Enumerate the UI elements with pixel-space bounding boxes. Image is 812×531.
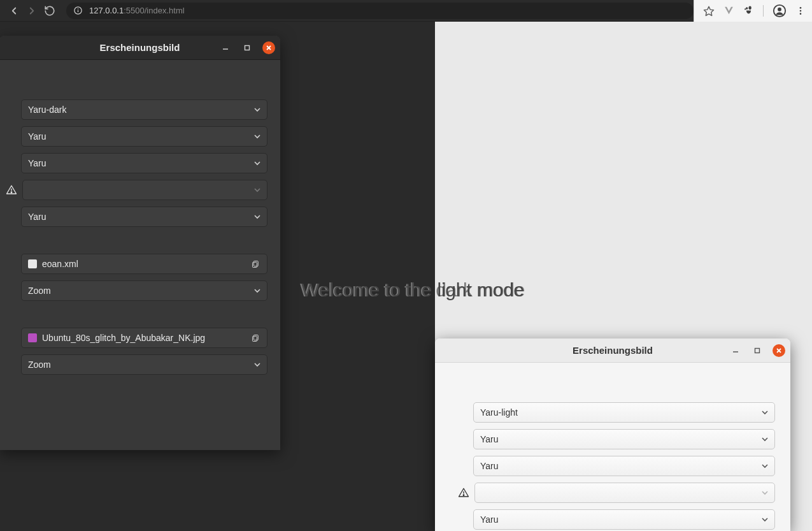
documents-icon (250, 333, 260, 343)
forward-button[interactable] (23, 2, 41, 20)
site-info-icon[interactable] (73, 6, 83, 16)
menu-icon[interactable] (795, 6, 806, 16)
background-file-picker[interactable]: eoan.xml (21, 254, 267, 274)
window-maximize-button[interactable] (751, 344, 764, 357)
icon-combo[interactable]: Yaru (473, 429, 775, 449)
svg-point-10 (800, 7, 802, 9)
chevron-down-icon (254, 361, 260, 368)
url-text: 127.0.0.1:5500/index.html (89, 6, 185, 15)
svg-point-2 (77, 8, 78, 10)
file-image-icon (28, 333, 37, 342)
theme-combo[interactable]: Yaru-light (473, 402, 775, 423)
chevron-down-icon (762, 409, 768, 416)
separator (763, 5, 764, 17)
svg-rect-14 (245, 45, 250, 50)
svg-marker-3 (704, 6, 714, 15)
reload-button[interactable] (41, 2, 59, 20)
background-mode-combo[interactable]: Zoom (21, 280, 267, 301)
chevron-down-icon (762, 463, 768, 469)
page-light-half: Welcome to the light mode Erscheinungsbi… (435, 22, 812, 531)
svg-point-19 (11, 192, 12, 193)
page-heading: Welcome to the light mode (301, 279, 524, 301)
svg-rect-22 (253, 335, 258, 340)
chevron-down-icon (254, 287, 260, 294)
cursor-combo[interactable]: Yaru (473, 456, 775, 476)
chevron-down-icon (254, 106, 260, 113)
svg-point-12 (800, 13, 802, 15)
svg-marker-4 (725, 7, 733, 14)
lockscreen-mode-combo[interactable]: Zoom (21, 354, 267, 375)
chevron-down-icon (254, 214, 260, 220)
chevron-down-icon (254, 187, 260, 193)
browser-toolbar: 127.0.0.1:5500/index.html (0, 0, 812, 22)
back-button[interactable] (5, 2, 23, 20)
sound-combo[interactable]: Yaru (473, 509, 775, 530)
vue-extension-icon[interactable] (723, 5, 734, 16)
window-title: Erscheinungsbild (100, 42, 180, 53)
lockscreen-file-picker[interactable]: Ubuntu_80s_glitch_by_Abubakar_NK.jpg (21, 328, 267, 348)
svg-point-30 (463, 495, 464, 496)
svg-rect-20 (253, 261, 258, 266)
svg-rect-21 (252, 262, 257, 267)
chevron-down-icon (762, 490, 768, 496)
svg-point-9 (778, 7, 781, 11)
svg-point-11 (800, 10, 802, 11)
shell-combo[interactable] (474, 483, 775, 503)
svg-point-5 (749, 6, 751, 10)
appearance-window-light: Erscheinungsbild Yaru-light Yaru Yaru Ya… (435, 338, 790, 531)
window-title: Erscheinungsbild (573, 345, 653, 356)
window-minimize-button[interactable] (729, 344, 742, 357)
documents-icon (250, 259, 260, 269)
chevron-down-icon (254, 133, 260, 140)
address-bar[interactable]: 127.0.0.1:5500/index.html (66, 3, 694, 19)
warning-icon (458, 487, 469, 498)
window-titlebar[interactable]: Erscheinungsbild (435, 338, 790, 363)
icon-combo[interactable]: Yaru (21, 126, 267, 147)
cursor-combo[interactable]: Yaru (21, 153, 267, 173)
window-minimize-button[interactable] (219, 41, 232, 54)
toolbar-right (694, 0, 812, 22)
gnome-extension-icon[interactable] (743, 5, 754, 16)
svg-point-7 (744, 8, 746, 10)
page-dark-half: Welcome to the dark mode Erscheinungsbil… (0, 22, 435, 531)
svg-rect-25 (755, 348, 760, 353)
appearance-window-dark: Erscheinungsbild Yaru-dark Yaru Yaru Yar… (0, 36, 280, 450)
window-close-button[interactable] (262, 41, 275, 54)
profile-icon[interactable] (773, 4, 787, 18)
sound-combo[interactable]: Yaru (21, 207, 267, 227)
chevron-down-icon (762, 436, 768, 442)
svg-point-6 (746, 7, 748, 9)
star-icon[interactable] (703, 5, 715, 17)
window-maximize-button[interactable] (241, 41, 253, 54)
theme-combo[interactable]: Yaru-dark (21, 99, 267, 120)
svg-rect-23 (252, 336, 257, 341)
window-titlebar[interactable]: Erscheinungsbild (0, 36, 280, 60)
warning-icon (6, 184, 17, 196)
window-close-button[interactable] (773, 344, 785, 357)
chevron-down-icon (762, 516, 768, 523)
chevron-down-icon (254, 160, 260, 166)
file-xml-icon (28, 259, 37, 268)
shell-combo[interactable] (22, 180, 267, 200)
